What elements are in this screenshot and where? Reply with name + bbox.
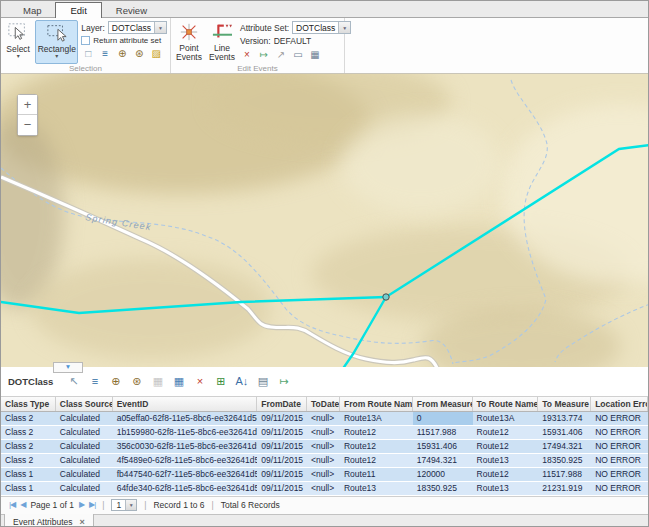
table-cell[interactable]: <null> [307, 440, 340, 453]
select-tool-caret-icon[interactable]: ▾ [17, 54, 20, 59]
map-view[interactable]: Spring Creek + − ▼ [1, 74, 648, 367]
table-cell[interactable]: a05effa0-62f8-11e5-8bc6-ee32641d5ec9 [113, 412, 258, 425]
table-cell[interactable]: Calculated [56, 468, 113, 481]
point-events-button[interactable]: Point Events [174, 20, 204, 64]
route-junction-marker[interactable] [383, 293, 389, 299]
table-cell[interactable]: Route13 [473, 454, 539, 467]
table-cell[interactable]: Class 2 [1, 454, 56, 467]
last-page-button[interactable]: ▶| [89, 501, 95, 509]
table-cell[interactable]: <null> [307, 412, 340, 425]
attribute-form-icon[interactable]: ▤ [254, 373, 271, 389]
table-cell[interactable]: 4f5489e0-62f8-11e5-8bc6-ee32641d5ec9 [113, 454, 258, 467]
event-table-icon[interactable]: ▦ [308, 48, 322, 61]
pan-to-selected-icon[interactable]: ⊛ [128, 373, 145, 389]
table-cell[interactable]: Route12 [340, 426, 413, 439]
close-tab-icon[interactable]: × [80, 517, 85, 527]
clear-selection-icon[interactable]: ▨ [149, 47, 163, 60]
split-event-icon[interactable]: × [240, 48, 254, 61]
table-row[interactable]: Class 1Calculatedfb447540-62f7-11e5-8bc6… [1, 468, 648, 481]
column-header[interactable]: FromDate [257, 397, 307, 411]
snap-event-icon[interactable]: ↗ [274, 48, 288, 61]
table-cell[interactable]: 09/11/2015 [257, 440, 307, 453]
layer-combobox[interactable]: DOTClass ▼ [108, 21, 167, 34]
remove-from-results-icon[interactable]: × [191, 373, 208, 389]
table-cell[interactable]: Class 2 [1, 426, 56, 439]
tab-map[interactable]: Map [9, 3, 55, 17]
table-cell[interactable]: 18350.925 [413, 482, 473, 495]
pan-to-selection-icon[interactable]: ⊛ [132, 47, 146, 60]
table-cell[interactable]: 11517.988 [413, 426, 473, 439]
table-cell[interactable]: NO ERROR [591, 454, 648, 467]
table-cell[interactable]: 11517.988 [538, 468, 591, 481]
previous-page-button[interactable]: ◀ [20, 501, 25, 509]
save-results-icon[interactable]: ▦ [149, 373, 166, 389]
attribute-set-combobox[interactable]: DOTClass ▼ [292, 21, 351, 34]
tab-edit[interactable]: Edit [55, 2, 101, 18]
page-select-dropdown[interactable]: 1 ▼ [111, 499, 137, 511]
table-cell[interactable]: NO ERROR [591, 412, 648, 425]
attribute-window-icon[interactable]: ≡ [98, 47, 112, 60]
table-cell[interactable]: 356c0030-62f8-11e5-8bc6-ee32641d5ec9 [113, 440, 258, 453]
table-cell[interactable]: 1b159980-62f8-11e5-8bc6-ee32641d5ec9 [113, 426, 258, 439]
table-cell[interactable]: NO ERROR [591, 426, 648, 439]
table-row[interactable]: Class 2Calculated356c0030-62f8-11e5-8bc6… [1, 440, 648, 453]
table-cell[interactable]: 15931.406 [413, 440, 473, 453]
table-cell[interactable]: 09/11/2015 [257, 468, 307, 481]
attribute-set-combobox-arrow-icon[interactable]: ▼ [338, 22, 350, 33]
table-cell[interactable]: Route12 [340, 440, 413, 453]
show-selected-records-icon[interactable]: ≡ [86, 373, 103, 389]
tab-review[interactable]: Review [102, 3, 161, 17]
column-header[interactable]: ToDate [307, 397, 340, 411]
table-cell[interactable]: NO ERROR [591, 482, 648, 495]
table-row[interactable]: Class 1Calculated64fde340-62f8-11e5-8bc6… [1, 482, 648, 495]
merge-event-icon[interactable]: ↦ [257, 48, 271, 61]
table-cell[interactable]: 09/11/2015 [257, 482, 307, 495]
page-select-arrow-icon[interactable]: ▼ [125, 500, 136, 510]
column-header[interactable]: EventID [113, 397, 258, 411]
select-tool-button[interactable]: Select ▾ [4, 20, 32, 64]
table-cell[interactable]: Class 2 [1, 412, 56, 425]
table-cell[interactable]: 0 [413, 412, 473, 425]
table-cell[interactable]: Calculated [56, 440, 113, 453]
column-header[interactable]: Location Error [591, 397, 648, 411]
column-header[interactable]: To Measure [538, 397, 591, 411]
table-cell[interactable]: Calculated [56, 454, 113, 467]
table-cell[interactable]: <null> [307, 426, 340, 439]
table-cell[interactable]: <null> [307, 468, 340, 481]
table-cell[interactable]: 64fde340-62f8-11e5-8bc6-ee32641d5ec9 [113, 482, 258, 495]
return-attribute-set-checkbox[interactable] [81, 36, 90, 45]
first-page-button[interactable]: |◀ [9, 501, 15, 509]
table-cell[interactable]: Route13 [473, 482, 539, 495]
table-cell[interactable]: 19313.774 [538, 412, 591, 425]
table-cell[interactable]: 17494.321 [538, 440, 591, 453]
floating-window-icon[interactable]: ▭ [291, 48, 305, 61]
table-cell[interactable]: Route12 [473, 440, 539, 453]
tab-event-attributes[interactable]: Event Attributes × [4, 514, 94, 527]
column-header[interactable]: To Route Name [473, 397, 539, 411]
table-cell[interactable]: fb447540-62f7-11e5-8bc6-ee32641d5ec9 [113, 468, 258, 481]
table-cell[interactable]: Class 1 [1, 482, 56, 495]
table-cell[interactable]: Class 1 [1, 468, 56, 481]
table-cell[interactable]: Route11 [340, 468, 413, 481]
table-cell[interactable]: NO ERROR [591, 440, 648, 453]
table-cell[interactable]: Class 2 [1, 440, 56, 453]
table-cell[interactable]: <null> [307, 454, 340, 467]
line-events-button[interactable]: Line Events [207, 20, 237, 64]
table-cell[interactable]: 120000 [413, 468, 473, 481]
open-in-table-icon[interactable]: ▦ [170, 373, 187, 389]
table-row[interactable]: Class 2Calculated4f5489e0-62f8-11e5-8bc6… [1, 454, 648, 467]
table-cell[interactable]: Route12 [473, 468, 539, 481]
table-cell[interactable]: Calculated [56, 426, 113, 439]
table-cell[interactable]: Calculated [56, 482, 113, 495]
table-cell[interactable]: Calculated [56, 412, 113, 425]
zoom-in-button[interactable]: + [18, 95, 37, 115]
column-header[interactable]: Class Source [56, 397, 113, 411]
rectangle-tool-caret-icon[interactable]: ▾ [55, 54, 58, 59]
table-row[interactable]: Class 2Calculateda05effa0-62f8-11e5-8bc6… [1, 412, 648, 425]
select-events-icon[interactable]: ↖ [65, 373, 82, 389]
table-cell[interactable]: Route13A [473, 412, 539, 425]
table-cell[interactable]: 09/11/2015 [257, 454, 307, 467]
table-cell[interactable]: Route13A [340, 412, 413, 425]
rectangle-tool-button[interactable]: Rectangle ▾ [35, 20, 78, 64]
table-cell[interactable]: 18350.925 [538, 454, 591, 467]
